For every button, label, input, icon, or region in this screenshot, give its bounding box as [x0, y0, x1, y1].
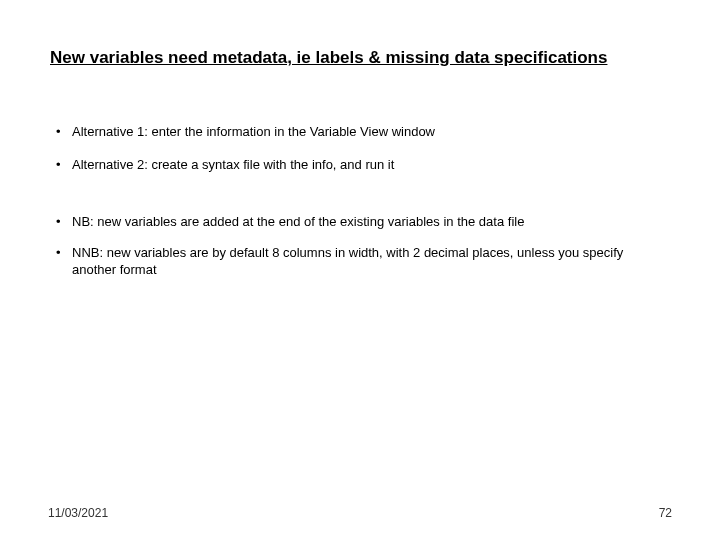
list-item: NNB: new variables are by default 8 colu…: [50, 245, 670, 279]
footer-date: 11/03/2021: [48, 506, 108, 520]
list-item: NB: new variables are added at the end o…: [50, 214, 670, 231]
list-item: Alternative 2: create a syntax file with…: [50, 157, 670, 174]
bullet-list: Alternative 1: enter the information in …: [50, 124, 670, 278]
footer-page-number: 72: [659, 506, 672, 520]
slide: New variables need metadata, ie labels &…: [0, 0, 720, 540]
list-item: Alternative 1: enter the information in …: [50, 124, 670, 141]
slide-title: New variables need metadata, ie labels &…: [50, 48, 670, 68]
footer: 11/03/2021 72: [0, 506, 720, 520]
